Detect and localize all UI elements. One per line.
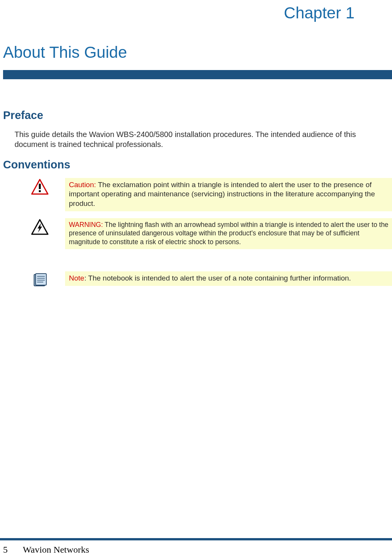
caution-label: Caution: [69,181,96,189]
preface-body: This guide details the Wavion WBS-2400/5… [0,129,392,149]
warning-callout: WARNING: The lightning flash with an arr… [15,218,392,249]
chapter-heading: Chapter 1 [0,0,392,22]
footer-bar [0,538,392,540]
footer-company: Wavion Networks [23,545,89,555]
conventions-heading: Conventions [0,158,392,171]
caution-icon-cell [15,178,65,195]
lightning-triangle-icon [31,219,49,235]
note-callout: Note: The notebook is intended to alert … [15,271,392,287]
divider-bar [3,70,392,79]
svg-rect-1 [39,184,41,189]
caution-triangle-icon [31,179,49,195]
warning-body: The lightning flash with an arrowhead sy… [69,221,389,246]
warning-icon-cell [15,218,65,235]
page-title: About This Guide [0,43,392,62]
footer: 5 Wavion Networks [3,545,89,555]
note-icon-cell [15,271,65,287]
note-label: Note [69,274,84,282]
page-number: 5 [3,545,21,555]
svg-rect-2 [39,190,41,192]
warning-text: WARNING: The lightning flash with an arr… [65,218,392,249]
note-text: Note: The notebook is intended to alert … [65,271,392,286]
notebook-icon [32,272,48,287]
caution-body: The exclamation point within a triangle … [69,181,375,207]
preface-heading: Preface [0,109,392,122]
svg-rect-6 [36,274,46,285]
note-body: : The notebook is intended to alert the … [84,274,351,282]
warning-label: WARNING: [69,221,103,228]
caution-text: Caution: The exclamation point within a … [65,178,392,211]
callout-container: Caution: The exclamation point within a … [15,178,392,287]
caution-callout: Caution: The exclamation point within a … [15,178,392,211]
